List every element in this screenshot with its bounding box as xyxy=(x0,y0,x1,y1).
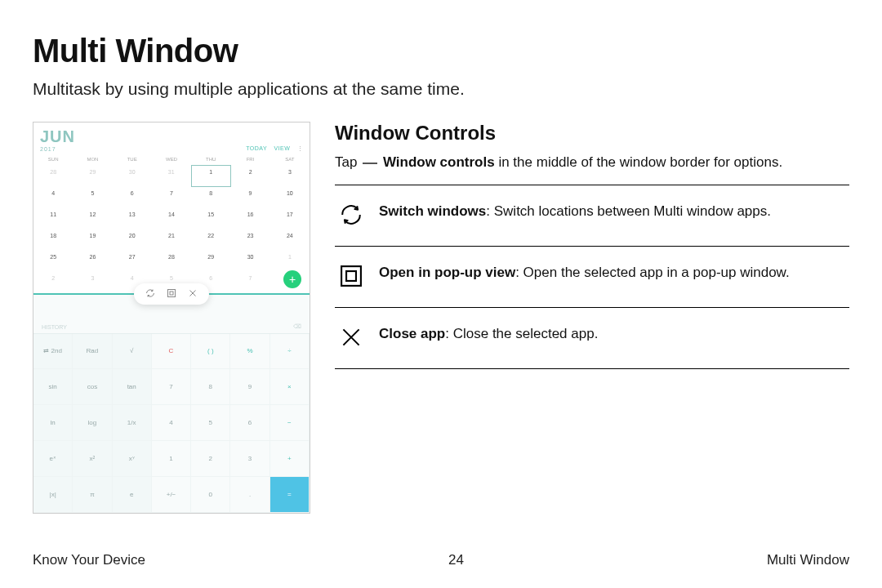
control-desc: : Switch locations between Multi window … xyxy=(486,203,771,219)
divider xyxy=(335,307,849,308)
switch-windows-icon xyxy=(335,198,368,231)
intro-text: Tap Window controls in the middle of the… xyxy=(335,153,849,173)
control-switch-windows: Switch windows: Switch locations between… xyxy=(335,197,849,234)
calendar-add-fab: + xyxy=(283,270,301,288)
popup-view-icon xyxy=(335,260,368,292)
footer-right: Multi Window xyxy=(767,552,849,568)
device-screenshot: JUN 2017 TODAY VIEW ⋮ SUNMONTUEWEDTHUFRI… xyxy=(33,122,310,514)
calculator-app: HISTORY ⌫ ⇄ 2ndRad√C( )%÷sincostan789×ln… xyxy=(33,295,310,514)
control-label: Close app xyxy=(379,326,445,341)
control-label: Switch windows xyxy=(379,203,486,219)
window-controls-handle-icon xyxy=(363,163,377,164)
svg-rect-2 xyxy=(341,266,361,286)
page-footer: Know Your Device 24 Multi Window xyxy=(33,552,849,568)
control-desc: : Open the selected app in a pop-up wind… xyxy=(515,265,790,280)
window-divider xyxy=(33,293,310,295)
calendar-actions: TODAY VIEW ⋮ xyxy=(241,145,303,152)
calendar-grid: SUNMONTUEWEDTHUFRISAT 282930311234567891… xyxy=(33,154,310,293)
page-title: Multi Window xyxy=(33,33,849,69)
close-icon xyxy=(335,321,368,354)
switch-windows-icon xyxy=(145,288,155,300)
svg-rect-3 xyxy=(346,271,356,281)
footer-left: Know Your Device xyxy=(33,552,145,568)
close-icon xyxy=(188,288,198,300)
window-controls-pill xyxy=(134,283,209,305)
calendar-month: JUN xyxy=(40,127,75,145)
divider xyxy=(335,246,849,247)
page-subtitle: Multitask by using multiple applications… xyxy=(33,79,849,99)
svg-rect-1 xyxy=(170,292,173,295)
divider xyxy=(335,185,849,185)
control-close-app: Close app: Close the selected app. xyxy=(335,319,849,357)
popup-view-icon xyxy=(167,288,176,300)
footer-page-number: 24 xyxy=(448,552,464,568)
control-popup-view: Open in pop-up view: Open the selected a… xyxy=(335,258,849,296)
control-label: Open in pop-up view xyxy=(379,265,515,280)
svg-rect-0 xyxy=(168,289,176,296)
divider xyxy=(335,368,849,369)
section-heading: Window Controls xyxy=(335,122,849,145)
calendar-year: 2017 xyxy=(40,146,75,152)
control-desc: : Close the selected app. xyxy=(445,326,598,341)
